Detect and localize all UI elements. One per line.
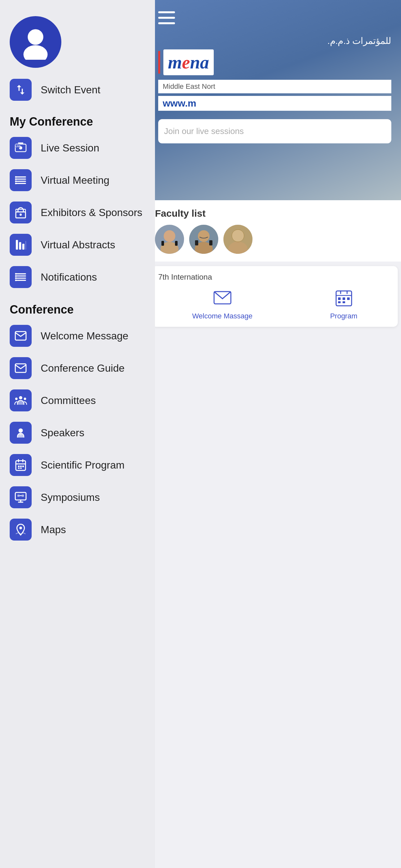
www-text: www.m xyxy=(163,98,196,108)
maps-label: Maps xyxy=(41,524,66,536)
committees-label: Committees xyxy=(41,395,96,407)
svg-rect-54 xyxy=(161,241,164,246)
sidebar-item-virtual-abstracts[interactable]: Virtual Abstracts xyxy=(0,228,155,261)
conference-banner: للمؤتمرات ذ.م.م. mena Middle East Nort w… xyxy=(149,0,401,200)
svg-rect-48 xyxy=(22,495,24,497)
svg-point-30 xyxy=(19,396,22,399)
sidebar: Switch Event My Conference LIVE LIVE Liv… xyxy=(0,0,155,868)
svg-rect-71 xyxy=(343,298,345,300)
svg-point-1 xyxy=(24,45,48,60)
sidebar-item-welcome-message[interactable]: Welcome Message xyxy=(0,320,155,352)
sidebar-item-exhibitors-sponsors[interactable]: Exhibitors & Sponsors xyxy=(0,196,155,228)
conference-guide-icon xyxy=(10,357,32,379)
speakers-label: Speakers xyxy=(41,427,84,439)
conference-guide-label: Conference Guide xyxy=(41,362,125,374)
svg-rect-34 xyxy=(20,434,22,435)
sidebar-item-maps[interactable]: Maps xyxy=(0,514,155,546)
welcome-message-icon xyxy=(10,325,32,347)
avatar[interactable] xyxy=(10,16,61,68)
faculty-avatar-1[interactable] xyxy=(155,225,184,254)
svg-rect-21 xyxy=(26,241,26,250)
program-card-item[interactable]: Program xyxy=(330,287,357,320)
svg-point-57 xyxy=(198,230,210,242)
faculty-avatars-row xyxy=(155,225,395,254)
virtual-meeting-label: Virtual Meeting xyxy=(41,175,110,186)
svg-point-16 xyxy=(20,213,22,216)
notifications-label: Notifications xyxy=(41,271,97,283)
faculty-section: Faculty list xyxy=(149,200,401,261)
svg-rect-43 xyxy=(20,468,22,469)
svg-rect-41 xyxy=(22,466,24,467)
svg-rect-73 xyxy=(338,301,341,303)
program-card-icon xyxy=(333,287,355,309)
join-live-box[interactable]: Join our live sessions xyxy=(158,119,391,144)
sidebar-item-notifications[interactable]: Notifications xyxy=(0,261,155,293)
svg-rect-35 xyxy=(16,461,26,470)
hamburger-line-3 xyxy=(158,22,175,24)
virtual-abstracts-label: Virtual Abstracts xyxy=(41,239,115,251)
sidebar-item-symposiums[interactable]: Symposiums xyxy=(0,481,155,514)
program-card-label: Program xyxy=(330,312,357,320)
symposiums-label: Symposiums xyxy=(41,492,100,503)
hamburger-line-1 xyxy=(158,11,175,13)
svg-rect-39 xyxy=(18,466,20,467)
svg-rect-20 xyxy=(22,244,25,250)
faculty-title: Faculty list xyxy=(155,208,395,219)
sidebar-item-committees[interactable]: Committees xyxy=(0,384,155,416)
scientific-program-icon xyxy=(10,454,32,476)
switch-event-icon xyxy=(10,79,32,101)
exhibitors-sponsors-label: Exhibitors & Sponsors xyxy=(41,207,143,219)
svg-point-27 xyxy=(15,275,17,277)
svg-rect-40 xyxy=(20,466,22,467)
notifications-icon xyxy=(10,266,32,288)
arabic-text: للمؤتمرات ذ.م.م. xyxy=(158,35,391,46)
virtual-abstracts-icon xyxy=(10,234,32,256)
svg-point-52 xyxy=(164,230,175,242)
svg-point-50 xyxy=(19,527,22,529)
sidebar-item-virtual-meeting[interactable]: Virtual Meeting xyxy=(0,164,155,196)
avatar-container xyxy=(0,0,155,74)
svg-point-13 xyxy=(15,181,17,182)
middle-east-text: Middle East Nort xyxy=(163,82,215,90)
hamburger-line-2 xyxy=(158,17,175,19)
welcome-massage-card-icon xyxy=(211,287,234,309)
live-session-label: Live Session xyxy=(41,142,99,154)
svg-point-33 xyxy=(19,429,23,433)
hamburger-menu[interactable] xyxy=(158,10,178,26)
welcome-massage-card-label: Welcome Massage xyxy=(192,312,252,320)
svg-point-26 xyxy=(15,273,17,275)
exhibitors-sponsors-icon xyxy=(10,202,32,223)
red-divider xyxy=(158,51,160,73)
svg-rect-60 xyxy=(209,240,212,245)
seventh-international-card: 7th Internationa Welcome Massage xyxy=(152,266,398,327)
svg-rect-47 xyxy=(18,495,20,497)
switch-event-item[interactable]: Switch Event xyxy=(0,74,155,105)
sidebar-item-conference-guide[interactable]: Conference Guide xyxy=(0,352,155,384)
svg-rect-59 xyxy=(195,240,198,245)
svg-rect-55 xyxy=(175,241,178,246)
svg-point-32 xyxy=(24,398,26,400)
welcome-message-label: Welcome Message xyxy=(41,330,128,342)
svg-point-28 xyxy=(15,277,17,279)
live-session-icon: LIVE LIVE xyxy=(10,137,32,159)
main-content: للمؤتمرات ذ.م.م. mena Middle East Nort w… xyxy=(149,0,401,868)
sidebar-item-live-session[interactable]: LIVE LIVE Live Session xyxy=(0,132,155,164)
faculty-avatar-2[interactable] xyxy=(189,225,218,254)
conference-header: Conference xyxy=(0,293,155,320)
join-live-text: Join our live sessions xyxy=(164,126,244,136)
svg-point-29 xyxy=(15,280,17,281)
sidebar-item-speakers[interactable]: Speakers xyxy=(0,416,155,449)
svg-rect-18 xyxy=(16,240,18,250)
svg-rect-19 xyxy=(19,242,21,250)
svg-rect-42 xyxy=(18,468,20,469)
welcome-massage-card-item[interactable]: Welcome Massage xyxy=(192,287,252,320)
svg-point-12 xyxy=(15,178,17,180)
faculty-avatar-3[interactable] xyxy=(223,225,252,254)
svg-text:LIVE: LIVE xyxy=(16,145,21,148)
svg-rect-72 xyxy=(347,298,350,300)
scientific-program-label: Scientific Program xyxy=(41,459,125,471)
svg-point-14 xyxy=(15,183,17,184)
svg-point-11 xyxy=(15,176,17,178)
svg-point-31 xyxy=(15,398,18,400)
sidebar-item-scientific-program[interactable]: Scientific Program xyxy=(0,449,155,481)
